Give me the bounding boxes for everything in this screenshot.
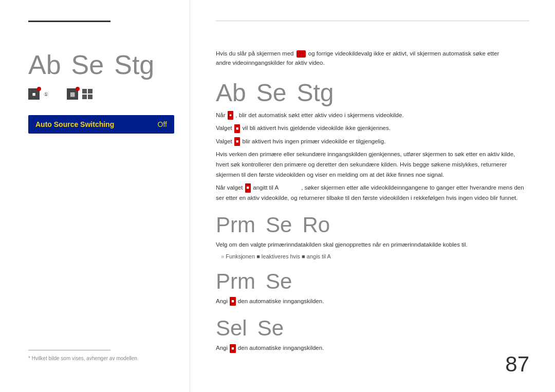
page-number: 87	[505, 352, 529, 377]
main-content: Hvis du slår på skjermen med og forrige …	[190, 0, 555, 392]
icon-symbol-2: ▦	[70, 91, 75, 98]
sidebar: Ab Se Stg ■ ① ▦ Auto Source Switching Of…	[0, 0, 190, 392]
section1-line2: Valget ■ vil bli aktivert hvis gjeldende…	[216, 123, 529, 134]
section1-letter-stg: Stg	[297, 81, 334, 105]
grid-cell-2	[88, 89, 92, 94]
section3-letter-prm: Prm	[216, 271, 255, 292]
section2-title: Prm Se Ro	[216, 214, 529, 236]
inline-icon-1	[297, 50, 306, 58]
sidebar-top-line	[28, 21, 110, 22]
footer-line	[28, 350, 110, 350]
section1-title: Ab Se Stg	[216, 81, 529, 105]
section4-title: Sel Se	[216, 318, 529, 339]
sidebar-footer: * Hvilket bilde som vises, avhenger av m…	[28, 350, 174, 361]
sidebar-title-stg: Stg	[114, 51, 154, 78]
inline-icon-6: ■	[256, 253, 260, 259]
section2: Prm Se Ro Velg om den valgte primærinnda…	[216, 214, 529, 259]
inline-icon-7: ■	[302, 253, 305, 259]
page-container: Ab Se Stg ■ ① ▦ Auto Source Switching Of…	[0, 0, 555, 392]
section1-line5: Når valget ■ angitt til A , søker skjerm…	[216, 183, 529, 203]
grid-cell-4	[88, 95, 92, 99]
section3-letter-se: Se	[266, 271, 292, 292]
inline-icon-5: ■	[245, 183, 251, 192]
grid-cell-1	[82, 89, 87, 94]
icon-symbol-1: ■	[32, 91, 36, 97]
section4-letter-se: Se	[257, 318, 284, 339]
section1-letter-ab: Ab	[216, 81, 246, 105]
footer-note: * Hvilket bilde som vises, avhenger av m…	[28, 356, 174, 361]
inline-icon-9: ■	[230, 344, 235, 353]
section2-letter-se: Se	[266, 214, 292, 236]
grid-cell-3	[82, 95, 87, 99]
inline-icon-2: ●	[228, 111, 233, 120]
section2-letter-prm: Prm	[216, 214, 255, 236]
section3: Prm Se Angi ■ den automatiske inngangski…	[216, 271, 529, 307]
sidebar-icons-row: ■ ① ▦	[28, 88, 174, 100]
sidebar-title-se: Se	[71, 51, 104, 78]
icon-number-1: ①	[44, 91, 48, 97]
section2-letter-ro: Ro	[302, 214, 330, 236]
inline-icon-4: ■	[234, 137, 240, 146]
main-top-line	[216, 21, 529, 21]
sidebar-icon-2: ▦	[67, 88, 78, 100]
section4: Sel Se Angi ■ den automatiske inngangski…	[216, 318, 529, 353]
section3-line1: Angi ■ den automatiske inngangskilden.	[216, 296, 529, 307]
section1-line3: Valget ■ blir aktivert hvis ingen primær…	[216, 137, 529, 147]
section1-line4: Hvis verken den primære eller sekundære …	[216, 150, 529, 180]
intro-text: Hvis du slår på skjermen med og forrige …	[216, 49, 504, 68]
menu-item-label: Auto Source Switching	[35, 120, 114, 128]
section2-bullet: Funksjonen ■ leaktiveres hvis ■ angis ti…	[221, 253, 529, 259]
section1-line1: Når ● , blir det automatisk søkt etter a…	[216, 110, 529, 121]
section4-line1: Angi ■ den automatiske inngangskilden.	[216, 343, 529, 353]
section1-letter-se: Se	[256, 81, 287, 105]
section3-title: Prm Se	[216, 271, 529, 292]
inline-icon-3: ■	[234, 124, 240, 133]
auto-source-switching-bar[interactable]: Auto Source Switching Off	[28, 115, 174, 134]
sidebar-title-ab: Ab	[28, 51, 61, 78]
icon-grid	[82, 89, 92, 99]
inline-icon-8: ■	[230, 297, 235, 306]
sidebar-icon-1: ■	[28, 88, 40, 100]
section2-line1: Velg om den valgte primærinndatakilden s…	[216, 240, 529, 250]
menu-item-value: Off	[158, 120, 167, 128]
sidebar-title-group: Ab Se Stg	[28, 51, 174, 78]
section4-letter-sel: Sel	[216, 318, 247, 339]
